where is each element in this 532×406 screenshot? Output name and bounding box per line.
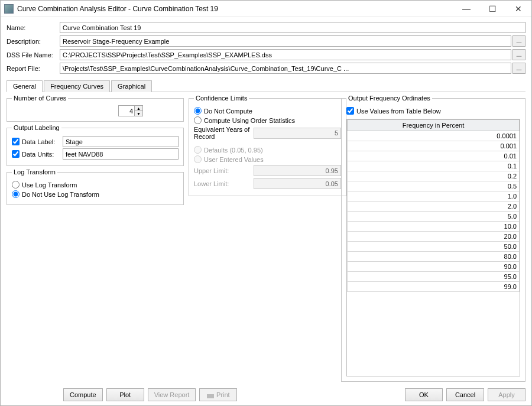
confidence-limits-group: Confidence Limits Do Not Compute Compute…	[189, 95, 346, 196]
description-ellipsis-button[interactable]: …	[512, 35, 525, 47]
cancel-button[interactable]: Cancel	[446, 388, 484, 401]
frequency-cell[interactable]: 20.0	[348, 232, 520, 242]
do-not-compute-radio[interactable]	[194, 107, 202, 115]
middle-column: Confidence Limits Do Not Compute Compute…	[189, 95, 336, 382]
number-of-curves-input[interactable]	[119, 106, 134, 116]
frequency-cell[interactable]: 1.0	[348, 191, 520, 202]
frequency-cell[interactable]: 0.01	[348, 151, 520, 161]
do-not-compute-label: Do Not Compute	[204, 108, 252, 115]
table-row[interactable]: 50.0	[348, 242, 520, 252]
data-units-input[interactable]	[63, 148, 179, 160]
apply-button: Apply	[488, 388, 525, 401]
print-label: Print	[216, 391, 230, 398]
log-transform-group: Log Transform Use Log Transform Do Not U…	[7, 168, 184, 205]
name-input[interactable]	[60, 22, 525, 33]
frequency-cell[interactable]: 0.0001	[348, 131, 520, 141]
frequency-cell[interactable]: 0.001	[348, 141, 520, 151]
table-row[interactable]: 1.0	[348, 191, 520, 202]
frequency-cell[interactable]: 5.0	[348, 212, 520, 222]
frequency-table-scroll[interactable]: Frequency in Percent 0.00010.0010.010.10…	[346, 119, 520, 376]
use-log-transform-label: Use Log Transform	[22, 181, 77, 189]
frequency-cell[interactable]: 50.0	[348, 242, 520, 252]
table-row[interactable]: 10.0	[348, 222, 520, 232]
do-not-use-log-transform-label: Do Not Use Log Transform	[22, 191, 99, 198]
description-label: Description:	[7, 38, 60, 45]
minimize-button[interactable]: —	[453, 1, 479, 17]
table-row[interactable]: 0.2	[348, 171, 520, 181]
app-icon	[4, 4, 14, 14]
close-button[interactable]: ✕	[505, 1, 531, 17]
output-labeling-legend: Output Labeling	[12, 124, 61, 131]
frequency-cell[interactable]: 2.0	[348, 202, 520, 212]
table-row[interactable]: 95.0	[348, 272, 520, 282]
number-of-curves-spinner[interactable]: ▲ ▼	[118, 105, 143, 116]
description-input[interactable]	[60, 35, 511, 47]
compute-order-stats-label: Compute Using Order Statistics	[204, 117, 295, 124]
printer-icon	[207, 392, 214, 398]
frequency-cell[interactable]: 95.0	[348, 272, 520, 282]
data-label-input[interactable]	[63, 136, 179, 147]
frequency-table: Frequency in Percent 0.00010.0010.010.10…	[347, 119, 520, 292]
frequency-cell[interactable]: 0.5	[348, 181, 520, 191]
dss-browse-button[interactable]: …	[512, 49, 525, 60]
frequency-cell[interactable]: 10.0	[348, 222, 520, 232]
table-row[interactable]: 0.001	[348, 141, 520, 151]
lower-limit-input	[254, 178, 341, 189]
report-file-input[interactable]	[60, 63, 511, 74]
table-row[interactable]: 2.0	[348, 202, 520, 212]
dss-file-input[interactable]	[60, 49, 511, 60]
upper-limit-label: Upper Limit:	[194, 167, 250, 174]
table-row[interactable]: 0.01	[348, 151, 520, 161]
spinner-down-icon[interactable]: ▼	[134, 111, 142, 116]
table-row[interactable]: 0.5	[348, 181, 520, 191]
name-row: Name:	[7, 22, 525, 33]
app-window: Curve Combination Analysis Editor - Curv…	[0, 0, 532, 406]
window-title: Curve Combination Analysis Editor - Curv…	[17, 5, 453, 13]
tab-bar: General Frequency Curves Graphical	[7, 80, 525, 92]
number-of-curves-legend: Number of Curves	[12, 95, 68, 102]
description-row: Description: …	[7, 35, 525, 47]
table-row[interactable]: 99.0	[348, 282, 520, 292]
output-frequency-ordinates-legend: Output Frequency Ordinates	[346, 95, 432, 102]
frequency-cell[interactable]: 80.0	[348, 252, 520, 262]
compute-button[interactable]: Compute	[63, 388, 103, 401]
maximize-button[interactable]: ☐	[479, 1, 505, 17]
table-row[interactable]: 5.0	[348, 212, 520, 222]
output-labeling-group: Output Labeling Data Label: Data Units:	[7, 124, 184, 166]
table-row[interactable]: 80.0	[348, 252, 520, 262]
window-controls: — ☐ ✕	[453, 1, 531, 17]
frequency-cell[interactable]: 99.0	[348, 282, 520, 292]
defaults-label: Defaults (0.05, 0.95)	[204, 147, 263, 154]
tab-general[interactable]: General	[7, 80, 43, 92]
user-entered-label: User Entered Values	[204, 156, 264, 163]
compute-order-stats-radio[interactable]	[194, 116, 202, 124]
frequency-cell[interactable]: 90.0	[348, 262, 520, 272]
use-values-checkbox[interactable]	[346, 107, 354, 115]
data-units-text: Data Units:	[22, 151, 54, 158]
equiv-years-label: Equivalent Years of Record	[194, 126, 250, 140]
tab-graphical[interactable]: Graphical	[111, 80, 152, 92]
ok-button[interactable]: OK	[405, 388, 443, 401]
data-label-text: Data Label:	[22, 138, 55, 145]
dss-row: DSS File Name: …	[7, 49, 525, 60]
table-row[interactable]: 0.1	[348, 161, 520, 171]
do-not-use-log-transform-radio[interactable]	[12, 190, 20, 198]
plot-button[interactable]: Plot	[106, 388, 144, 401]
report-browse-button[interactable]: …	[512, 63, 525, 74]
table-row[interactable]: 0.0001	[348, 131, 520, 141]
table-row[interactable]: 90.0	[348, 262, 520, 272]
data-units-checkbox[interactable]	[12, 150, 20, 158]
right-column: Output Frequency Ordinates Use Values fr…	[341, 95, 525, 382]
print-button: Print	[199, 388, 237, 401]
user-entered-radio	[194, 155, 202, 163]
frequency-column-header: Frequency in Percent	[348, 120, 520, 131]
spinner-up-icon[interactable]: ▲	[134, 106, 142, 111]
footer: Compute Plot View Report Print OK Cancel…	[1, 384, 531, 405]
confidence-limits-legend: Confidence Limits	[194, 95, 249, 102]
frequency-cell[interactable]: 0.2	[348, 171, 520, 181]
tab-frequency-curves[interactable]: Frequency Curves	[44, 80, 110, 92]
data-label-checkbox[interactable]	[12, 138, 20, 145]
use-log-transform-radio[interactable]	[12, 181, 20, 189]
table-row[interactable]: 20.0	[348, 232, 520, 242]
frequency-cell[interactable]: 0.1	[348, 161, 520, 171]
